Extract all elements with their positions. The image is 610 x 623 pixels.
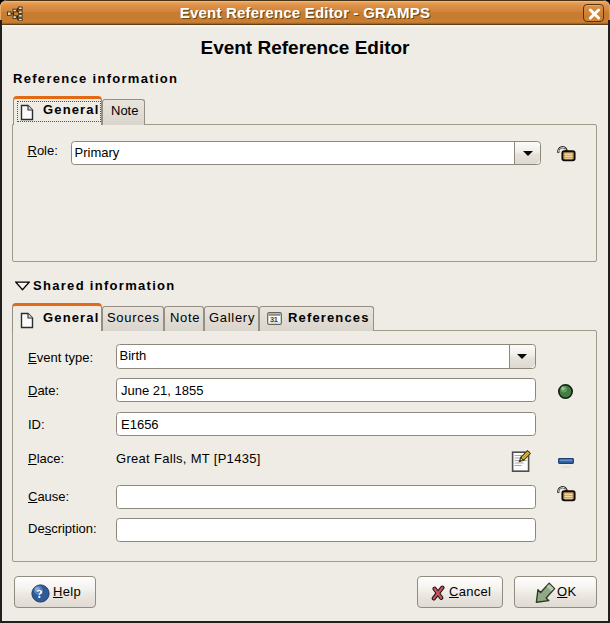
- svg-text:?: ?: [37, 587, 44, 601]
